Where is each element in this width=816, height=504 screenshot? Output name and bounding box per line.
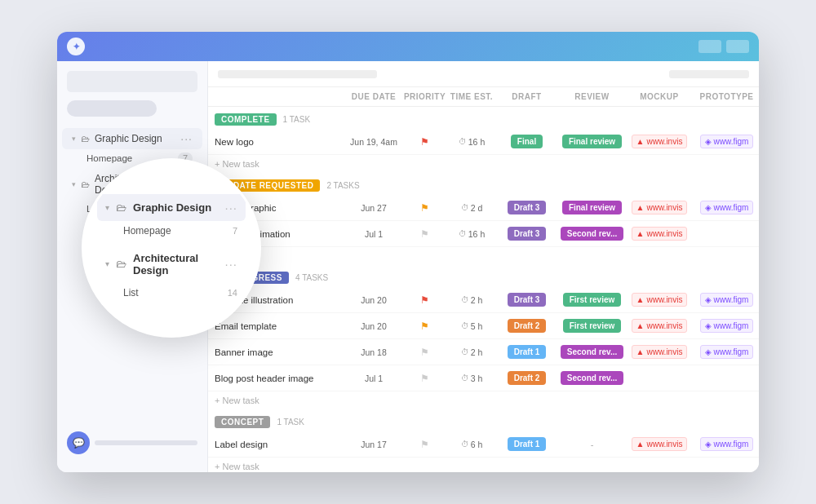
prototype-cell: ◈ www.figm <box>692 345 759 359</box>
clock-icon: ⏱ <box>459 229 467 238</box>
draft-pill: Draft 1 <box>508 345 547 359</box>
sidebar-item-label: Graphic Design <box>95 133 175 144</box>
draft-pill: Draft 2 <box>508 371 547 385</box>
main-top-bar <box>208 61 759 87</box>
figma-link[interactable]: ◈ www.figm <box>700 345 754 359</box>
invision-icon: ▲ <box>636 440 645 449</box>
group-task-count: 1 TASK <box>277 418 304 427</box>
time-estimate: ⏱ 2 d <box>447 203 496 213</box>
task-name: Blog post header image <box>215 374 345 383</box>
draft-pill: Draft 2 <box>508 319 547 333</box>
mag-sub-label: Homepage <box>123 225 228 237</box>
review-pill: First review <box>563 319 622 333</box>
draft-pill: Draft 3 <box>508 201 547 214</box>
task-name: New logo <box>215 137 345 147</box>
group-header-progress: IN PROGRESS 4 TASKS <box>208 265 759 287</box>
due-date: Jul 1 <box>345 374 402 383</box>
mag-sub-homepage[interactable]: Homepage 7 <box>97 221 246 241</box>
review-empty: - <box>591 440 594 449</box>
flag-orange-icon: ⚑ <box>420 321 429 332</box>
table-row[interactable]: Website illustration Jun 20 ⚑ ⏱ 2 h Draf… <box>208 287 759 313</box>
review-cell: First review <box>557 293 627 307</box>
table-row[interactable]: Motion graphic Jun 27 ⚑ ⏱ 2 d Draft 3 Fi… <box>208 195 759 221</box>
app-body: ▾ 🗁 Graphic Design ··· Homepage 7 ▾ 🗁 Ar… <box>57 61 759 472</box>
table-row[interactable]: Label design Jun 17 ⚑ ⏱ 6 h Draft 1 - <box>208 431 759 458</box>
sidebar-toggle[interactable] <box>67 100 157 117</box>
task-name: Label design <box>215 440 345 449</box>
mag-item-architectural[interactable]: ▾ 🗁 Architectural Design ··· <box>97 245 246 283</box>
table-row[interactable]: Blog post header image Jul 1 ⚑ ⏱ 3 h Dra… <box>208 365 759 391</box>
mag-sub-list[interactable]: List 14 <box>97 283 246 303</box>
priority-flag: ⚑ <box>402 439 447 450</box>
mag-sub-count: 14 <box>228 288 237 298</box>
mockup-link[interactable]: ▲ www.invis <box>632 227 688 241</box>
table-row[interactable]: Email template Jun 20 ⚑ ⏱ 5 h Draft 2 Fi… <box>208 313 759 339</box>
mockup-link[interactable]: ▲ www.invis <box>632 293 688 307</box>
review-pill: First review <box>563 293 622 307</box>
time-estimate: ⏱ 2 h <box>447 347 496 357</box>
review-pill: Final review <box>562 135 622 148</box>
mag-item-graphic[interactable]: ▾ 🗁 Graphic Design ··· <box>97 194 246 221</box>
mag-more-icon[interactable]: ··· <box>224 201 237 214</box>
group-header-update: UPDATE REQUESTED 2 TASKS <box>208 173 759 195</box>
group-badge-complete: COMPLETE <box>215 113 277 126</box>
chat-button[interactable]: 💬 <box>67 431 90 454</box>
mag-label-architectural: Architectural Design <box>133 252 218 276</box>
maximize-button[interactable] <box>726 40 749 53</box>
mag-more-icon[interactable]: ··· <box>224 257 237 271</box>
figma-link[interactable]: ◈ www.figm <box>700 135 754 148</box>
add-task-button[interactable]: + New task <box>208 247 759 265</box>
flag-gray-icon: ⚑ <box>420 373 429 384</box>
mockup-link[interactable]: ▲ www.invis <box>632 437 688 451</box>
toolbar-placeholder <box>669 70 749 78</box>
flag-red-icon: ⚑ <box>420 294 429 306</box>
col-header-due: DUE DATE <box>345 92 402 101</box>
mockup-link[interactable]: ▲ www.invis <box>632 319 688 333</box>
breadcrumb <box>218 70 377 78</box>
mag-chevron: ▾ <box>105 203 109 212</box>
folder-icon: 🗁 <box>81 134 90 144</box>
review-cell: - <box>557 440 627 449</box>
draft-pill: Draft 1 <box>508 437 547 451</box>
review-cell: First review <box>557 319 627 333</box>
mockup-link[interactable]: ▲ www.invis <box>632 201 688 214</box>
draft-cell: Draft 3 <box>496 293 557 307</box>
due-date: Jun 20 <box>345 295 402 305</box>
table-row[interactable]: Banner image Jun 18 ⚑ ⏱ 2 h Draft 1 Seco… <box>208 339 759 365</box>
figma-link[interactable]: ◈ www.figm <box>700 319 754 333</box>
due-date: Jun 20 <box>345 321 402 331</box>
review-cell: Second rev... <box>557 345 627 359</box>
due-date: Jun 18 <box>345 347 402 357</box>
draft-cell: Draft 1 <box>496 437 557 451</box>
mockup-cell: ▲ www.invis <box>627 227 692 241</box>
mockup-link[interactable]: ▲ www.invis <box>632 135 688 148</box>
table-row[interactable]: Feature animation Jul 1 ⚑ ⏱ 16 h Draft 3… <box>208 221 759 247</box>
mockup-link[interactable]: ▲ www.invis <box>632 345 688 359</box>
table-row[interactable]: New logo Jun 19, 4am ⚑ ⏱ 16 h Final Fina… <box>208 129 759 155</box>
group-header-concept: CONCEPT 1 TASK <box>208 409 759 431</box>
draft-cell: Draft 3 <box>496 227 557 241</box>
time-estimate: ⏱ 2 h <box>447 295 496 305</box>
figma-link[interactable]: ◈ www.figm <box>700 437 754 451</box>
sidebar-search[interactable] <box>67 71 197 92</box>
minimize-button[interactable] <box>698 40 721 53</box>
mag-folder-icon: 🗁 <box>116 258 126 270</box>
time-estimate: ⏱ 3 h <box>447 374 496 383</box>
figma-icon: ◈ <box>705 347 712 356</box>
add-task-button[interactable]: + New task <box>208 458 759 472</box>
clock-icon: ⏱ <box>461 203 469 212</box>
figma-link[interactable]: ◈ www.figm <box>700 201 754 214</box>
more-icon[interactable]: ··· <box>180 132 193 145</box>
due-date: Jun 17 <box>345 440 402 449</box>
chevron-down-icon: ▾ <box>72 180 76 188</box>
add-task-button[interactable]: + New task <box>208 155 759 173</box>
invision-icon: ▲ <box>636 229 645 238</box>
app-window: ✦ ▾ 🗁 Graphic Design ··· Homepage <box>57 32 759 472</box>
add-task-button[interactable]: + New task <box>208 391 759 409</box>
draft-cell: Final <box>496 135 557 148</box>
draft-pill: Draft 3 <box>508 293 547 307</box>
review-cell: Final review <box>557 201 627 214</box>
figma-link[interactable]: ◈ www.figm <box>700 293 754 307</box>
sidebar-item-graphic-design[interactable]: ▾ 🗁 Graphic Design ··· <box>62 128 202 149</box>
draft-pill: Draft 3 <box>508 227 547 241</box>
